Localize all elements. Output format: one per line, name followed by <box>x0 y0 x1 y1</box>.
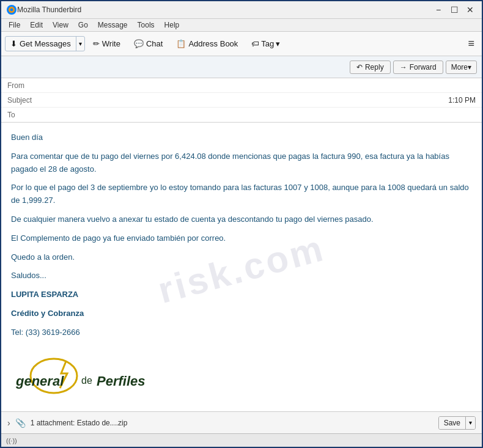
save-button[interactable]: Save <box>439 417 465 429</box>
get-messages-label: Get Messages <box>20 39 71 48</box>
close-button[interactable]: ✕ <box>463 3 477 17</box>
titlebar: Mozilla Thunderbird − ☐ ✕ <box>1 1 482 19</box>
tag-icon: 🏷 <box>251 39 259 48</box>
get-messages-button[interactable]: ⬇ Get Messages <box>6 37 76 51</box>
email-sender-tel: Tel: (33) 3619-2666 <box>11 326 472 339</box>
maximize-button[interactable]: ☐ <box>448 3 461 17</box>
to-label: To <box>7 111 41 119</box>
email-scroll-area: risk.com Buen día Para comentar que de t… <box>1 123 482 411</box>
reply-icon: ↶ <box>356 63 363 72</box>
tag-dropdown-icon: ▾ <box>276 39 280 48</box>
minimize-button[interactable]: − <box>432 3 445 17</box>
from-label: From <box>7 81 41 90</box>
more-down-icon: ▾ <box>468 63 471 72</box>
forward-label: Forward <box>410 63 437 72</box>
forward-icon: → <box>400 63 407 72</box>
window-title: Mozilla Thunderbird <box>17 6 432 14</box>
paperclip-icon: 📎 <box>15 418 26 428</box>
reply-label: Reply <box>365 63 384 72</box>
hamburger-menu-button[interactable]: ≡ <box>464 35 478 53</box>
window-controls: − ☐ ✕ <box>432 3 477 17</box>
svg-text:general: general <box>15 373 64 389</box>
email-action-toolbar: ↶ Reply → Forward More ▾ <box>1 56 482 78</box>
subject-field: Subject 1:10 PM <box>1 93 482 108</box>
statusbar: ((·)) <box>1 433 482 447</box>
menu-help[interactable]: Help <box>160 20 185 31</box>
to-field: To <box>1 108 482 122</box>
menu-go[interactable]: Go <box>73 20 93 31</box>
svg-point-2 <box>10 8 13 11</box>
write-button[interactable]: ✏ Write <box>87 36 126 51</box>
tel-value: (33) 3619-2666 <box>26 328 80 337</box>
email-body: risk.com Buen día Para comentar que de t… <box>1 123 482 411</box>
email-header: From Subject 1:10 PM To <box>1 78 482 123</box>
email-para1: Para comentar que de tu pago del viernes… <box>11 150 472 176</box>
menu-file[interactable]: File <box>4 20 25 31</box>
menu-tools[interactable]: Tools <box>133 20 160 31</box>
menubar: File Edit View Go Message Tools Help <box>1 19 482 32</box>
get-messages-split: ⬇ Get Messages ▾ <box>5 36 85 51</box>
menu-message[interactable]: Message <box>93 20 133 31</box>
signal-icon: ((·)) <box>6 437 17 444</box>
attachment-bar: › 📎 1 attachment: Estado de....zip Save … <box>1 411 482 433</box>
email-para2: Por lo que el pago del 3 de septiembre y… <box>11 182 472 207</box>
email-sender-dept: Crédito y Cobranza <box>11 307 472 320</box>
email-greeting: Buen día <box>11 131 472 144</box>
address-book-icon: 📋 <box>176 39 186 48</box>
tag-label: Tag <box>261 39 274 48</box>
email-para4: El Complemento de pago ya fue enviado ta… <box>11 232 472 245</box>
write-label: Write <box>102 39 120 48</box>
company-logo-area: general de Perfiles <box>11 345 472 408</box>
save-split-button: Save ▾ <box>438 416 476 430</box>
write-icon: ✏ <box>93 39 100 48</box>
menu-view[interactable]: View <box>48 20 73 31</box>
get-messages-icon: ⬇ <box>10 39 17 48</box>
email-para3: De cualquier manera vuelvo a anexar tu e… <box>11 213 472 226</box>
tag-button[interactable]: 🏷 Tag ▾ <box>246 36 286 51</box>
get-messages-dropdown[interactable]: ▾ <box>76 37 84 51</box>
email-sender-name: LUPITA ESPARZA <box>11 288 472 301</box>
svg-text:de: de <box>81 375 92 386</box>
attachment-expand-button[interactable]: › <box>7 418 10 428</box>
chat-button[interactable]: 💬 Chat <box>128 36 168 51</box>
chat-icon: 💬 <box>134 39 144 48</box>
forward-button[interactable]: → Forward <box>393 61 443 74</box>
svg-text:Perfiles: Perfiles <box>97 373 146 389</box>
tel-label: Tel: <box>11 328 26 337</box>
chat-label: Chat <box>146 39 163 48</box>
from-field: From <box>1 78 482 93</box>
more-button[interactable]: More ▾ <box>446 61 477 74</box>
subject-label: Subject <box>7 96 41 105</box>
save-dropdown-button[interactable]: ▾ <box>465 417 475 429</box>
address-book-label: Address Book <box>188 39 238 48</box>
address-book-button[interactable]: 📋 Address Book <box>171 36 243 51</box>
company-logo: general de Perfiles <box>11 350 146 399</box>
email-para5: Quedo a la orden. <box>11 251 472 264</box>
app-icon <box>6 4 17 15</box>
menu-edit[interactable]: Edit <box>25 20 48 31</box>
attachment-name: 1 attachment: Estado de....zip <box>31 419 433 427</box>
email-para6: Saludos... <box>11 270 472 282</box>
email-time: 1:10 PM <box>448 96 476 105</box>
toolbar: ⬇ Get Messages ▾ ✏ Write 💬 Chat 📋 Addres… <box>1 32 482 56</box>
reply-button[interactable]: ↶ Reply <box>350 61 391 74</box>
more-label: More <box>451 63 468 72</box>
